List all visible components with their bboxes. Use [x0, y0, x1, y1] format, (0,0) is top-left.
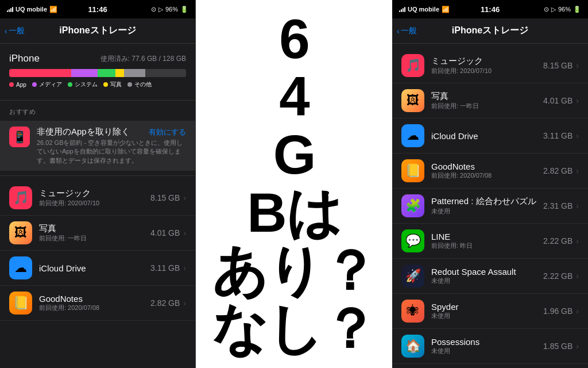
list-item[interactable]: 🎵 ミュージック 前回使用: 2020/07/10 8.15 GB ›	[0, 181, 195, 216]
legend-dot-other	[127, 82, 132, 87]
app-icon-photos-r: 🖼	[401, 89, 424, 112]
list-item[interactable]: 📒 GoodNotes 前回使用: 2020/07/08 2.82 GB ›	[0, 286, 195, 321]
app-icon-music-r: 🎵	[401, 54, 424, 77]
legend-app: App	[9, 80, 26, 89]
app-icon-icloud-r: ☁	[401, 124, 424, 147]
storage-legend: App メディア システム 写真 その他	[9, 80, 186, 89]
bar-photos	[115, 69, 124, 77]
status-bar-left: UQ mobile 📶 11:46 ⊙ ▷ 96% 🔋	[0, 0, 195, 18]
middle-text: 64GBはあり？なし？	[212, 10, 376, 358]
chevron-icon: ›	[576, 236, 579, 246]
rec-icon: 📱	[9, 126, 30, 147]
bar-free	[145, 69, 186, 77]
chevron-icon: ›	[576, 271, 579, 281]
app-icon-redout: 🚀	[401, 264, 424, 288]
app-info: 写真 前回使用: 一昨日	[39, 223, 144, 243]
chevron-icon: ›	[576, 201, 579, 210]
list-item[interactable]: ☁ iCloud Drive 3.11 GB ›	[392, 118, 588, 154]
rec-title: 非使用のAppを取り除く	[37, 126, 130, 137]
chevron-icon: ›	[183, 298, 186, 308]
app-icon-patterned: 🧩	[401, 194, 424, 217]
list-item[interactable]: 🎵 ミュージック 前回使用: 2020/07/10 8.15 GB ›	[392, 48, 588, 83]
chevron-icon: ›	[183, 228, 186, 237]
storage-bar	[9, 69, 186, 77]
legend-dot-photos	[103, 82, 108, 87]
storage-header: iPhone 使用済み: 77.6 GB / 128 GB	[9, 53, 186, 64]
middle-panel: 64GBはあり？なし？	[196, 0, 392, 368]
bar-media	[71, 69, 98, 77]
legend-photos: 写真	[103, 80, 122, 89]
signal-icon-right	[399, 6, 405, 12]
app-icon-photos: 🖼	[9, 221, 32, 244]
list-item[interactable]: 🖼 写真 前回使用: 一昨日 4.01 GB ›	[392, 83, 588, 118]
list-item[interactable]: 🏠 Possessions 未使用 1.85 GB ›	[392, 329, 588, 364]
legend-dot-media	[32, 82, 37, 87]
nav-bar-left: ‹ 一般 iPhoneストレージ	[0, 18, 195, 44]
chevron-icon: ›	[576, 342, 579, 351]
chevron-icon: ›	[576, 131, 579, 140]
chevron-left-icon: ‹	[397, 26, 400, 36]
app-info: ミュージック 前回使用: 2020/07/10	[39, 188, 144, 208]
app-info: iCloud Drive	[39, 263, 144, 273]
page-title-right: iPhoneストレージ	[452, 25, 528, 37]
storage-section: iPhone 使用済み: 77.6 GB / 128 GB	[0, 44, 195, 100]
list-item[interactable]: 🚀 Redout Space Assault 未使用 2.22 GB ›	[392, 259, 588, 294]
rec-description: 26.02 GBを節約 - 空き容量が少ないときに、使用していないAppを自動的…	[37, 139, 186, 165]
nav-bar-right: ‹ 一般 iPhoneストレージ	[392, 18, 588, 44]
list-item[interactable]: 📒 GoodNotes 前回使用: 2020/07/08 2.82 GB ›	[392, 154, 588, 189]
app-list-right: 🎵 ミュージック 前回使用: 2020/07/10 8.15 GB › 🖼 写真…	[392, 44, 588, 368]
storage-usage: 使用済み: 77.6 GB / 128 GB	[100, 54, 186, 64]
right-scroll-content: 🎵 ミュージック 前回使用: 2020/07/10 8.15 GB › 🖼 写真…	[392, 44, 588, 368]
bar-app	[9, 69, 71, 77]
status-bar-right: UQ mobile 📶 11:46 ⊙ ▷ 96% 🔋	[392, 0, 588, 18]
app-icon-spyder: 🕷	[401, 300, 424, 323]
legend-other: その他	[127, 80, 152, 89]
bar-other	[124, 69, 145, 77]
chevron-icon: ›	[576, 166, 579, 175]
signal-icon-left	[7, 6, 13, 12]
page-title-left: iPhoneストレージ	[59, 25, 136, 37]
right-panel: UQ mobile 📶 11:46 ⊙ ▷ 96% 🔋 ‹ 一般 iPhoneス…	[392, 0, 588, 368]
list-item[interactable]: 💬 LINE 前回使用: 昨日 2.22 GB ›	[392, 224, 588, 259]
legend-dot-app	[9, 82, 14, 87]
app-icon-goodnotes-r: 📒	[401, 159, 424, 182]
legend-system: システム	[68, 80, 98, 89]
chevron-icon: ›	[183, 263, 186, 273]
rec-action-button[interactable]: 有効にする	[149, 127, 186, 137]
chevron-left-icon: ‹	[5, 26, 7, 36]
rec-title-row: 非使用のAppを取り除く 有効にする	[37, 126, 186, 137]
recommendation-section: おすすめ 📱 非使用のAppを取り除く 有効にする 26.02 GBを節約 - …	[0, 100, 195, 176]
chevron-icon: ›	[576, 306, 579, 316]
list-item[interactable]: 🖼 写真 前回使用: 一昨日 4.01 GB ›	[0, 216, 195, 251]
list-item[interactable]: 🧩 Patterned : 絵合わせパズル 未使用 2.31 GB ›	[392, 189, 588, 224]
list-item[interactable]: ☁ iCloud Drive 3.11 GB ›	[0, 251, 195, 286]
status-time-right: 11:46	[481, 5, 500, 14]
rec-item[interactable]: 📱 非使用のAppを取り除く 有効にする 26.02 GBを節約 - 空き容量が…	[0, 121, 195, 171]
status-carrier-left: UQ mobile 📶	[7, 6, 57, 13]
app-icon-goodnotes: 📒	[9, 292, 32, 315]
bar-system	[98, 69, 115, 77]
app-icon-possessions: 🏠	[401, 335, 424, 358]
rec-content: 非使用のAppを取り除く 有効にする 26.02 GBを節約 - 空き容量が少な…	[37, 126, 186, 165]
chevron-icon: ›	[183, 193, 186, 202]
back-button-right[interactable]: ‹ 一般	[397, 26, 417, 36]
status-battery-left: ⊙ ▷ 96% 🔋	[151, 6, 188, 13]
status-carrier-right: UQ mobile 📶	[399, 6, 450, 13]
device-name: iPhone	[9, 53, 40, 64]
status-time-left: 11:46	[88, 5, 107, 14]
rec-label: おすすめ	[0, 105, 195, 121]
back-button-left[interactable]: ‹ 一般	[5, 26, 25, 36]
status-battery-right: ⊙ ▷ 96% 🔋	[544, 6, 581, 13]
list-item-sonic-racing[interactable]: 🏎 Sonic Racing 未使用 1.75 GB ›	[392, 364, 588, 368]
chevron-icon: ›	[576, 61, 579, 70]
app-info: GoodNotes 前回使用: 2020/07/08	[39, 294, 144, 312]
left-panel: UQ mobile 📶 11:46 ⊙ ▷ 96% 🔋 ‹ 一般 iPhoneス…	[0, 0, 196, 368]
app-list-left: 🎵 ミュージック 前回使用: 2020/07/10 8.15 GB › 🖼 写真…	[0, 176, 195, 325]
legend-dot-system	[68, 82, 72, 87]
app-icon-line: 💬	[401, 229, 424, 252]
list-item[interactable]: 🕷 Spyder 未使用 1.96 GB ›	[392, 294, 588, 329]
left-scroll-content: iPhone 使用済み: 77.6 GB / 128 GB	[0, 44, 195, 368]
chevron-icon: ›	[576, 96, 579, 105]
app-icon-icloud: ☁	[9, 256, 32, 279]
app-icon-music: 🎵	[9, 186, 32, 209]
